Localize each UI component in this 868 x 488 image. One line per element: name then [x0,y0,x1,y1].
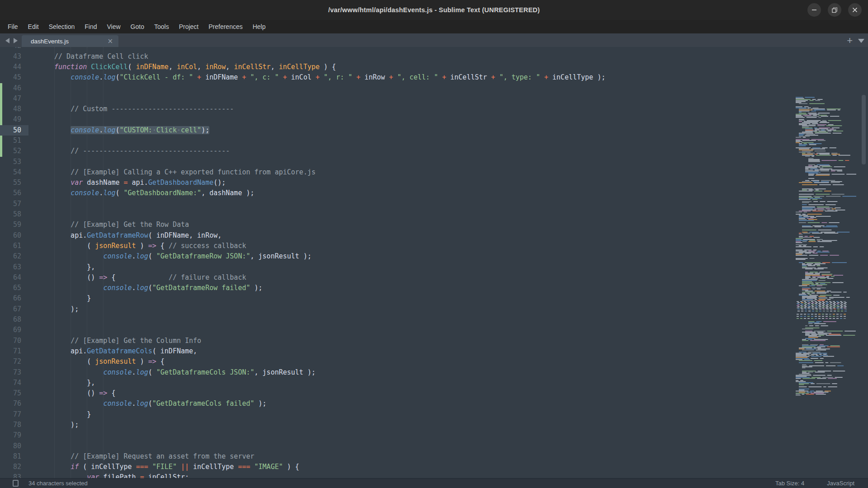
code-token: inCol [177,63,197,71]
code-line[interactable]: 57 [0,199,796,209]
tab-scroll-right-icon[interactable] [14,38,18,43]
code-line[interactable]: 63 }, [0,262,796,272]
code-line[interactable]: 66 } [0,293,796,304]
minimize-button[interactable] [807,3,821,17]
code-token: // [Example] Get the Column Info [71,337,201,345]
code-token [393,73,397,81]
code-line[interactable]: 58 [0,209,796,220]
code-line[interactable]: 49 [0,114,796,125]
tab-scroll-left-icon[interactable] [5,38,9,43]
code-line[interactable]: 83 var filePath = inCellStr; [0,472,796,478]
code-line[interactable]: 42 [0,47,796,52]
code-token: inCellStr; [144,473,189,478]
minimap[interactable] [794,94,862,478]
code-line[interactable]: 52 // ----------------------------------… [0,146,796,156]
code-line[interactable]: 45 console.log("ClickCell - df: " + inDF… [0,72,796,83]
menu-item-project[interactable]: Project [174,20,204,33]
code-line[interactable]: 78 ); [0,420,796,430]
code-token: + [356,73,360,81]
code-token: console [71,73,99,81]
menu-item-preferences[interactable]: Preferences [203,20,247,33]
code-line[interactable]: 61 ( jsonResult ) => { // success callba… [0,241,796,251]
code-line[interactable]: 62 console.log( "GetDataframeRow JSON:",… [0,251,796,262]
code-line[interactable]: 75 () => { [0,388,796,399]
line-number: 65 [0,283,28,293]
menu-item-view[interactable]: View [102,20,126,33]
code-text: // [Example] Request an asset from the s… [28,451,255,462]
code-token: . [132,368,136,376]
line-number: 64 [0,272,28,283]
close-button[interactable] [848,3,862,17]
new-tab-button[interactable]: + [847,35,853,47]
code-line[interactable]: 73 console.log( "GetDataframeCols JSON:"… [0,367,796,378]
code-line[interactable]: 59 // [Example] Get the Row Data [0,220,796,230]
code-line[interactable]: 53 [0,157,796,167]
code-line[interactable]: 56 console.log( "GetDashboardName:", das… [0,188,796,198]
code-line[interactable]: 54 // [Example] Calling a C++ exported f… [0,167,796,178]
code-token: // failure callback [169,273,246,282]
editor-pane[interactable]: 4243// Dataframe Cell click44function Cl… [0,47,868,478]
tab-dashevents-js[interactable]: dashEvents.js × [22,35,118,47]
code-token: console [103,399,132,408]
syntax-indicator[interactable]: JavaScript [827,480,854,487]
tab-close-icon[interactable]: × [107,38,113,45]
code-token: = [124,178,128,187]
scrollbar-thumb[interactable] [862,95,866,164]
code-line[interactable]: 81 // [Example] Request an asset from th… [0,451,796,462]
code-token: ( [115,126,119,134]
code-line[interactable]: 51 [0,136,796,146]
code-line[interactable]: 50 console.log("CUSTOM:·Click·cell"); [0,125,796,136]
maximize-button[interactable] [828,3,841,17]
code-token: log [103,189,115,197]
code-line[interactable]: 44function ClickCell( inDFName, inCol, i… [0,62,796,72]
tab-size-indicator[interactable]: Tab Size: 4 [775,480,804,487]
code-token: => [148,357,156,366]
code-line[interactable]: 47 [0,94,796,104]
code-line[interactable]: 48 // Custom ---------------------------… [0,104,796,114]
code-token: var [71,178,83,187]
code-line[interactable]: 80 [0,441,796,451]
panel-toggle-icon[interactable] [13,480,19,487]
code-text: function ClickCell( inDFName, inCol, inR… [28,62,336,72]
code-token: ( [128,63,136,71]
code-line[interactable]: 46 [0,83,796,94]
code-line[interactable]: 43// Dataframe Cell click [0,52,796,62]
code-line[interactable]: 77 } [0,409,796,420]
menu-item-help[interactable]: Help [248,20,271,33]
line-number: 54 [0,167,28,178]
code-line[interactable]: 71 api.GetDataframeCols( inDFName, [0,346,796,357]
menu-item-tools[interactable]: Tools [149,20,174,33]
code-text: console.log("GetDataframeRow failed" ); [28,283,263,293]
code-line[interactable]: 67 ); [0,304,796,314]
code-line[interactable]: 76 console.log("GetDataframeCols failed"… [0,399,796,409]
menu-item-file[interactable]: File [3,20,23,33]
code-line[interactable]: 74 }, [0,378,796,388]
code-line[interactable]: 55 var dashName = api.GetDashboardName()… [0,178,796,188]
code-line[interactable]: 60 api.GetDataframeRow( inDFName, inRow, [0,230,796,241]
code-line[interactable]: 65 console.log("GetDataframeRow failed" … [0,283,796,293]
code-token [54,473,87,478]
menu-item-edit[interactable]: Edit [23,20,44,33]
code-line[interactable]: 79 [0,430,796,441]
code-line[interactable]: 82 if ( inCellType === "FILE" || inCellT… [0,462,796,472]
code-token: · [152,126,156,134]
code-line[interactable]: 72 ( jsonResult ) => { [0,357,796,367]
menu-item-find[interactable]: Find [80,20,102,33]
code-text [28,114,54,125]
code-token: . [132,284,136,292]
code-token: api. [54,231,87,239]
code-token: + [316,73,320,81]
code-line[interactable]: 70 // [Example] Get the Column Info [0,336,796,346]
menu-item-selection[interactable]: Selection [44,20,80,33]
code-line[interactable]: 69 [0,325,796,335]
code-token: "GetDataframeCols JSON:" [156,368,255,376]
line-number: 79 [0,430,28,441]
code-token: console [71,189,99,197]
line-number: 58 [0,209,28,220]
menu-item-goto[interactable]: Goto [126,20,149,33]
tab-overflow-dropdown-icon[interactable] [858,39,864,43]
code-line[interactable]: 64 () => { // failure callback [0,272,796,283]
code-text: console.log("CUSTOM:·Click·cell"); [28,125,209,136]
code-token: Click [156,126,177,134]
code-line[interactable]: 68 [0,314,796,325]
